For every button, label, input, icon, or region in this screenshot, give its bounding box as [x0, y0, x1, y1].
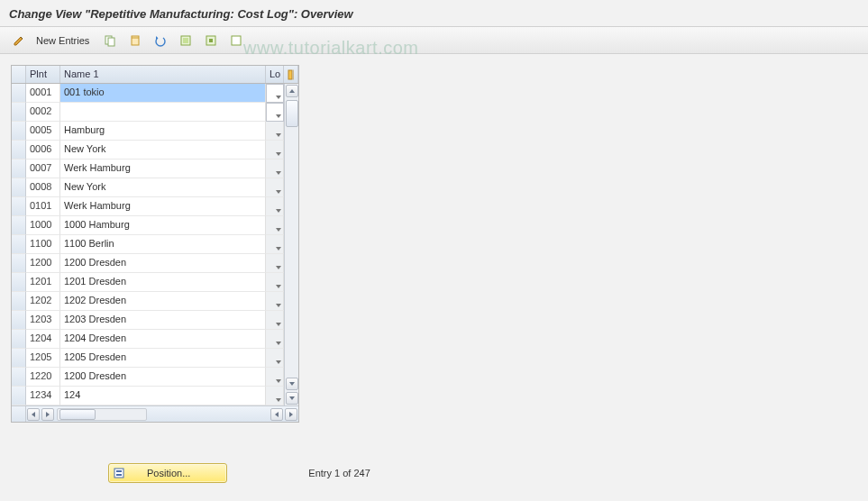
scroll-down-icon[interactable] [286, 378, 298, 390]
cell-plnt[interactable]: 0005 [26, 122, 60, 141]
table-row[interactable]: 12021202 Dresden [12, 292, 284, 311]
scroll-right-inner-icon[interactable] [41, 408, 54, 421]
cell-name[interactable]: 1204 Dresden [60, 330, 266, 349]
row-selector[interactable] [12, 311, 26, 330]
cell-plnt[interactable]: 1201 [26, 273, 60, 292]
horizontal-scrollbar[interactable] [12, 405, 298, 422]
table-row[interactable]: 12201200 Dresden [12, 368, 284, 387]
row-selector[interactable] [12, 84, 26, 103]
col-name[interactable]: Name 1 [60, 66, 266, 83]
cell-lo[interactable] [266, 103, 284, 122]
table-row[interactable]: 0007Werk Hamburg [12, 159, 284, 178]
cell-plnt[interactable]: 0101 [26, 197, 60, 216]
cell-lo[interactable] [266, 178, 284, 197]
cell-lo[interactable] [266, 330, 284, 349]
table-row[interactable]: 0006New York [12, 141, 284, 159]
col-lo[interactable]: Lo [266, 66, 284, 83]
cell-name[interactable]: 1205 Dresden [60, 349, 266, 368]
row-selector[interactable] [12, 387, 26, 405]
select-all-icon[interactable] [176, 32, 196, 50]
table-row[interactable]: 11001100 Berlin [12, 235, 284, 254]
table-row[interactable]: 0008New York [12, 178, 284, 197]
cell-name[interactable]: Hamburg [60, 122, 266, 141]
row-selector[interactable] [12, 216, 26, 235]
cell-lo[interactable] [266, 254, 284, 273]
table-row[interactable]: 12041204 Dresden [12, 330, 284, 349]
scroll-left-icon[interactable] [27, 408, 40, 421]
cell-plnt[interactable]: 0006 [26, 141, 60, 159]
cell-lo[interactable] [266, 159, 284, 178]
cell-plnt[interactable]: 1220 [26, 368, 60, 387]
cell-lo[interactable] [266, 349, 284, 368]
row-selector[interactable] [12, 159, 26, 178]
table-row[interactable]: 12051205 Dresden [12, 349, 284, 368]
table-row[interactable]: 12001200 Dresden [12, 254, 284, 273]
cell-plnt[interactable]: 1234 [26, 387, 60, 405]
toggle-display-change-icon[interactable] [9, 32, 29, 50]
cell-lo[interactable] [266, 368, 284, 387]
cell-name[interactable]: 001 tokio [60, 84, 266, 103]
cell-name[interactable]: 1202 Dresden [60, 292, 266, 311]
row-selector[interactable] [12, 141, 26, 159]
hscroll-thumb[interactable] [59, 409, 96, 420]
row-selector[interactable] [12, 235, 26, 254]
scroll-right-icon[interactable] [285, 408, 297, 421]
table-row[interactable]: 0001001 tokio [12, 84, 284, 103]
cell-name[interactable]: New York [60, 178, 266, 197]
cell-lo[interactable] [266, 122, 284, 141]
row-selector[interactable] [12, 330, 26, 349]
scroll-down2-icon[interactable] [286, 392, 298, 405]
row-selector[interactable] [12, 122, 26, 141]
cell-plnt[interactable]: 1204 [26, 330, 60, 349]
table-row[interactable]: 12031203 Dresden [12, 311, 284, 330]
cell-lo[interactable] [266, 235, 284, 254]
row-selector[interactable] [12, 178, 26, 197]
table-row[interactable]: 0101Werk Hamburg [12, 197, 284, 216]
cell-plnt[interactable]: 1200 [26, 254, 60, 273]
cell-lo[interactable] [266, 216, 284, 235]
vertical-scrollbar[interactable] [284, 84, 298, 405]
col-plnt[interactable]: Plnt [26, 66, 60, 83]
new-entries-button[interactable]: New Entries [34, 35, 95, 46]
cell-plnt[interactable]: 1100 [26, 235, 60, 254]
cell-name[interactable]: 1201 Dresden [60, 273, 266, 292]
cell-plnt[interactable]: 0002 [26, 103, 60, 122]
scroll-up-icon[interactable] [286, 85, 298, 97]
cell-lo[interactable] [266, 311, 284, 330]
cell-name[interactable] [60, 103, 266, 122]
cell-name[interactable]: 1000 Hamburg [60, 216, 266, 235]
deselect-all-icon[interactable] [226, 32, 246, 50]
cell-name[interactable]: Werk Hamburg [60, 197, 266, 216]
copy-icon[interactable] [100, 32, 120, 50]
cell-name[interactable]: 1100 Berlin [60, 235, 266, 254]
row-selector[interactable] [12, 254, 26, 273]
cell-plnt[interactable]: 1203 [26, 311, 60, 330]
cell-name[interactable]: New York [60, 141, 266, 159]
row-selector[interactable] [12, 292, 26, 311]
scroll-track[interactable] [286, 98, 298, 377]
cell-lo[interactable] [266, 292, 284, 311]
position-button[interactable]: Position... [108, 463, 227, 483]
row-selector[interactable] [12, 368, 26, 387]
cell-name[interactable]: 1200 Dresden [60, 254, 266, 273]
cell-lo[interactable] [266, 273, 284, 292]
row-selector[interactable] [12, 197, 26, 216]
cell-name[interactable]: 124 [60, 387, 266, 405]
cell-plnt[interactable]: 1205 [26, 349, 60, 368]
cell-lo[interactable] [266, 84, 284, 103]
row-selector[interactable] [12, 273, 26, 292]
cell-plnt[interactable]: 0007 [26, 159, 60, 178]
table-row[interactable]: 0005Hamburg [12, 122, 284, 141]
undo-icon[interactable] [151, 32, 170, 50]
cell-plnt[interactable]: 1202 [26, 292, 60, 311]
col-selector[interactable] [12, 66, 26, 83]
cell-lo[interactable] [266, 141, 284, 159]
cell-lo[interactable] [266, 387, 284, 405]
configure-columns-icon[interactable] [284, 66, 298, 83]
select-block-icon[interactable] [201, 32, 221, 50]
scroll-left2-icon[interactable] [270, 408, 283, 421]
row-selector[interactable] [12, 103, 26, 122]
cell-name[interactable]: 1200 Dresden [60, 368, 266, 387]
table-row[interactable]: 10001000 Hamburg [12, 216, 284, 235]
table-row[interactable]: 12011201 Dresden [12, 273, 284, 292]
